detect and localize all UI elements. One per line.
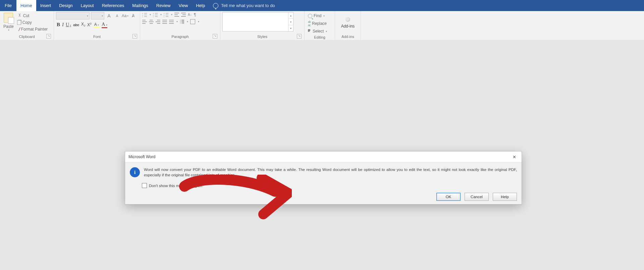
dialog-launcher-icon[interactable]: ↘	[213, 34, 217, 39]
copy-label: Copy	[22, 20, 32, 25]
select-button[interactable]: Select ▾	[307, 28, 333, 34]
group-addins: Add-ins Add-ins	[335, 11, 361, 40]
help-button[interactable]: Help	[493, 193, 517, 201]
lightbulb-icon	[213, 3, 218, 8]
font-name-combo[interactable]: ▾	[56, 12, 90, 19]
chevron-down-icon: ▾	[326, 30, 327, 33]
decrease-indent-button[interactable]	[174, 13, 179, 17]
gallery-more-button[interactable]: ▾	[288, 25, 293, 31]
italic-button[interactable]: I	[62, 22, 64, 28]
change-case-button[interactable]: Aa▾	[122, 12, 128, 19]
dialog-launcher-icon[interactable]: ↘	[46, 34, 51, 39]
tab-insert[interactable]: Insert	[36, 0, 55, 11]
grow-font-button[interactable]: A	[106, 12, 112, 19]
format-painter-label: Format Painter	[21, 27, 48, 32]
tab-mailings[interactable]: Mailings	[128, 0, 152, 11]
clear-formatting-button[interactable]: A̷	[130, 12, 137, 19]
replace-icon: abac	[308, 20, 311, 27]
ribbon: Paste ▾ Cut Copy Format Painter Clipbo	[0, 11, 644, 40]
borders-button[interactable]	[190, 19, 195, 24]
align-left-button[interactable]	[142, 20, 147, 24]
dialog-title: Microsoft Word	[128, 154, 155, 159]
tab-review[interactable]: Review	[152, 0, 175, 11]
dont-show-again-checkbox[interactable]	[142, 183, 147, 188]
align-right-button[interactable]	[156, 20, 160, 24]
show-hide-button[interactable]: ¶	[194, 12, 196, 17]
paste-label: Paste	[3, 24, 14, 29]
group-label-clipboard: Clipboard ↘	[2, 34, 52, 40]
tab-layout[interactable]: Layout	[77, 0, 98, 11]
bullets-button[interactable]	[142, 13, 147, 17]
paste-icon	[4, 13, 13, 23]
shading-button[interactable]	[180, 19, 184, 24]
gallery-up-button[interactable]: ▴	[288, 12, 293, 19]
tab-help[interactable]: Help	[192, 0, 209, 11]
bold-button[interactable]: B	[57, 22, 60, 28]
tell-me-text: Tell me what you want to do	[221, 3, 275, 8]
dont-show-again-label: Don't show this message again	[149, 184, 202, 188]
copy-button[interactable]: Copy	[16, 19, 49, 26]
group-label-paragraph: Paragraph ↘	[142, 34, 218, 40]
chevron-down-icon: ▾	[102, 14, 103, 17]
dialog-launcher-icon[interactable]: ↘	[297, 34, 302, 39]
addins-icon	[345, 17, 350, 22]
addins-label: Add-ins	[341, 24, 355, 29]
brush-icon	[18, 27, 20, 31]
ok-button[interactable]: OK	[436, 193, 461, 201]
chevron-down-icon: ▾	[323, 14, 325, 17]
chevron-down-icon: ▾	[87, 14, 88, 17]
strikethrough-button[interactable]: abc	[73, 23, 79, 27]
tab-references[interactable]: References	[98, 0, 128, 11]
superscript-button[interactable]: X2	[87, 22, 91, 27]
numbering-button[interactable]	[153, 13, 158, 17]
increase-indent-button[interactable]	[181, 13, 186, 17]
gallery-down-button[interactable]: ▾	[288, 19, 293, 25]
subscript-button[interactable]: X2	[81, 22, 85, 27]
group-paragraph: ▾ ▾ ▾ A↓ ¶ ▾ ▾ ▾ Paragraph ↘	[140, 11, 220, 40]
format-painter-button[interactable]: Format Painter	[16, 26, 49, 32]
cut-button[interactable]: Cut	[16, 13, 49, 19]
group-label-font: Font ↘	[56, 34, 138, 40]
cut-label: Cut	[23, 13, 30, 18]
align-center-button[interactable]	[149, 20, 154, 24]
dialog-message: Word will now convert your PDF to an edi…	[144, 167, 517, 178]
search-icon	[308, 14, 312, 18]
justify-button[interactable]	[162, 20, 167, 24]
select-label: Select	[313, 29, 324, 34]
dialog-close-button[interactable]: ✕	[509, 153, 519, 160]
dialog-launcher-icon[interactable]: ↘	[132, 34, 137, 39]
group-editing: Find ▾ abac Replace Select ▾ Editing	[305, 11, 335, 40]
line-spacing-button[interactable]	[169, 20, 174, 24]
font-color-button[interactable]: A▾	[102, 21, 107, 28]
tab-view[interactable]: View	[174, 0, 192, 11]
replace-label: Replace	[312, 21, 327, 26]
find-button[interactable]: Find ▾	[307, 13, 333, 19]
replace-button[interactable]: abac Replace	[307, 19, 333, 28]
tell-me[interactable]: Tell me what you want to do	[213, 0, 275, 11]
cursor-icon	[308, 29, 311, 33]
group-label-addins: Add-ins	[337, 34, 359, 40]
tab-home[interactable]: Home	[16, 0, 36, 11]
menubar: File Home Insert Design Layout Reference…	[0, 0, 644, 11]
group-styles: ▴ ▾ ▾ Styles ↘	[220, 11, 305, 40]
scissors-icon	[17, 13, 22, 18]
multilevel-list-button[interactable]	[164, 13, 168, 17]
group-label-styles: Styles ↘	[222, 34, 302, 40]
cancel-button[interactable]: Cancel	[465, 193, 489, 201]
copy-icon	[17, 20, 21, 25]
pdf-convert-dialog: Microsoft Word ✕ i Word will now convert…	[125, 151, 522, 205]
tab-file[interactable]: File	[0, 0, 16, 11]
tab-design[interactable]: Design	[55, 0, 76, 11]
sort-button[interactable]: A↓	[188, 13, 192, 16]
shrink-font-button[interactable]: A	[114, 12, 120, 19]
paste-button[interactable]: Paste ▾	[2, 12, 15, 32]
underline-button[interactable]: U▾	[66, 22, 71, 28]
find-label: Find	[314, 13, 321, 18]
group-clipboard: Paste ▾ Cut Copy Format Painter Clipbo	[0, 11, 54, 40]
text-effects-button[interactable]: A▾	[94, 22, 100, 28]
style-gallery[interactable]: ▴ ▾ ▾	[222, 12, 293, 32]
group-font: ▾ ▾ A A Aa▾ A̷ B I U▾ abc X2 X2 A▾ A▾ Fo…	[54, 11, 140, 40]
font-size-combo[interactable]: ▾	[91, 12, 104, 19]
addins-button[interactable]: Add-ins	[338, 16, 358, 29]
chevron-down-icon: ▾	[8, 29, 9, 32]
